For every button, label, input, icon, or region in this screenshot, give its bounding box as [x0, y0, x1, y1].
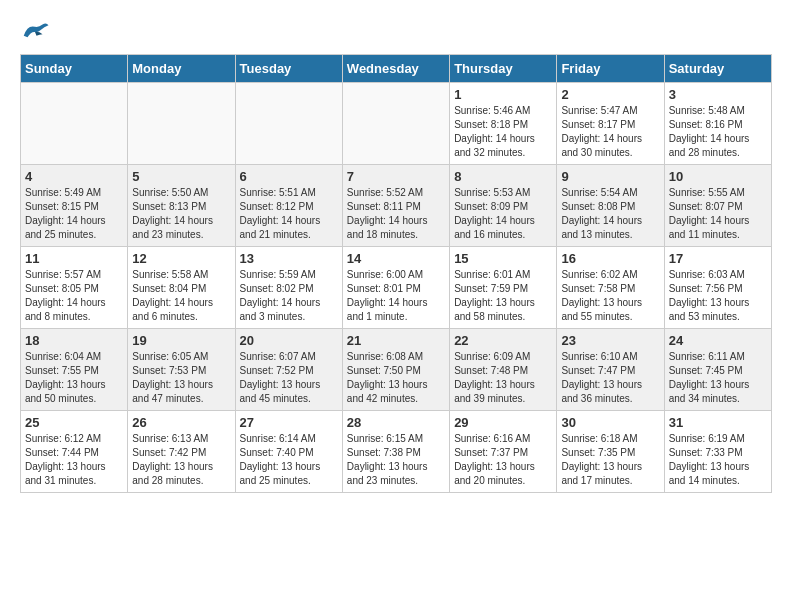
day-number: 8: [454, 169, 552, 184]
calendar-table: SundayMondayTuesdayWednesdayThursdayFrid…: [20, 54, 772, 493]
calendar-cell: 18Sunrise: 6:04 AM Sunset: 7:55 PM Dayli…: [21, 329, 128, 411]
day-number: 29: [454, 415, 552, 430]
calendar-cell: 7Sunrise: 5:52 AM Sunset: 8:11 PM Daylig…: [342, 165, 449, 247]
day-number: 20: [240, 333, 338, 348]
day-number: 27: [240, 415, 338, 430]
calendar-week-row: 4Sunrise: 5:49 AM Sunset: 8:15 PM Daylig…: [21, 165, 772, 247]
day-info: Sunrise: 6:19 AM Sunset: 7:33 PM Dayligh…: [669, 432, 767, 488]
calendar-cell: 4Sunrise: 5:49 AM Sunset: 8:15 PM Daylig…: [21, 165, 128, 247]
day-info: Sunrise: 5:51 AM Sunset: 8:12 PM Dayligh…: [240, 186, 338, 242]
day-info: Sunrise: 5:52 AM Sunset: 8:11 PM Dayligh…: [347, 186, 445, 242]
day-info: Sunrise: 6:05 AM Sunset: 7:53 PM Dayligh…: [132, 350, 230, 406]
day-info: Sunrise: 5:59 AM Sunset: 8:02 PM Dayligh…: [240, 268, 338, 324]
calendar-cell: 27Sunrise: 6:14 AM Sunset: 7:40 PM Dayli…: [235, 411, 342, 493]
day-info: Sunrise: 6:09 AM Sunset: 7:48 PM Dayligh…: [454, 350, 552, 406]
weekday-header-row: SundayMondayTuesdayWednesdayThursdayFrid…: [21, 55, 772, 83]
day-info: Sunrise: 5:57 AM Sunset: 8:05 PM Dayligh…: [25, 268, 123, 324]
day-number: 18: [25, 333, 123, 348]
calendar-cell: 16Sunrise: 6:02 AM Sunset: 7:58 PM Dayli…: [557, 247, 664, 329]
calendar-cell: 21Sunrise: 6:08 AM Sunset: 7:50 PM Dayli…: [342, 329, 449, 411]
day-info: Sunrise: 5:49 AM Sunset: 8:15 PM Dayligh…: [25, 186, 123, 242]
day-info: Sunrise: 6:12 AM Sunset: 7:44 PM Dayligh…: [25, 432, 123, 488]
calendar-week-row: 25Sunrise: 6:12 AM Sunset: 7:44 PM Dayli…: [21, 411, 772, 493]
calendar-cell: 2Sunrise: 5:47 AM Sunset: 8:17 PM Daylig…: [557, 83, 664, 165]
day-info: Sunrise: 6:16 AM Sunset: 7:37 PM Dayligh…: [454, 432, 552, 488]
calendar-cell: 29Sunrise: 6:16 AM Sunset: 7:37 PM Dayli…: [450, 411, 557, 493]
day-number: 2: [561, 87, 659, 102]
calendar-cell: 3Sunrise: 5:48 AM Sunset: 8:16 PM Daylig…: [664, 83, 771, 165]
day-number: 3: [669, 87, 767, 102]
day-number: 9: [561, 169, 659, 184]
page-header: [20, 20, 772, 44]
calendar-cell: 17Sunrise: 6:03 AM Sunset: 7:56 PM Dayli…: [664, 247, 771, 329]
day-info: Sunrise: 6:02 AM Sunset: 7:58 PM Dayligh…: [561, 268, 659, 324]
day-number: 26: [132, 415, 230, 430]
day-number: 22: [454, 333, 552, 348]
day-number: 12: [132, 251, 230, 266]
day-number: 16: [561, 251, 659, 266]
day-number: 28: [347, 415, 445, 430]
calendar-cell: 15Sunrise: 6:01 AM Sunset: 7:59 PM Dayli…: [450, 247, 557, 329]
day-info: Sunrise: 6:13 AM Sunset: 7:42 PM Dayligh…: [132, 432, 230, 488]
day-number: 1: [454, 87, 552, 102]
day-info: Sunrise: 5:48 AM Sunset: 8:16 PM Dayligh…: [669, 104, 767, 160]
day-number: 17: [669, 251, 767, 266]
day-number: 4: [25, 169, 123, 184]
calendar-cell: 13Sunrise: 5:59 AM Sunset: 8:02 PM Dayli…: [235, 247, 342, 329]
day-info: Sunrise: 6:04 AM Sunset: 7:55 PM Dayligh…: [25, 350, 123, 406]
calendar-cell: [235, 83, 342, 165]
weekday-header-friday: Friday: [557, 55, 664, 83]
day-number: 23: [561, 333, 659, 348]
calendar-cell: 1Sunrise: 5:46 AM Sunset: 8:18 PM Daylig…: [450, 83, 557, 165]
day-info: Sunrise: 6:14 AM Sunset: 7:40 PM Dayligh…: [240, 432, 338, 488]
day-info: Sunrise: 6:07 AM Sunset: 7:52 PM Dayligh…: [240, 350, 338, 406]
day-number: 21: [347, 333, 445, 348]
day-number: 10: [669, 169, 767, 184]
calendar-cell: 12Sunrise: 5:58 AM Sunset: 8:04 PM Dayli…: [128, 247, 235, 329]
day-info: Sunrise: 5:54 AM Sunset: 8:08 PM Dayligh…: [561, 186, 659, 242]
calendar-cell: 6Sunrise: 5:51 AM Sunset: 8:12 PM Daylig…: [235, 165, 342, 247]
day-number: 7: [347, 169, 445, 184]
day-info: Sunrise: 6:18 AM Sunset: 7:35 PM Dayligh…: [561, 432, 659, 488]
day-number: 5: [132, 169, 230, 184]
day-number: 19: [132, 333, 230, 348]
calendar-week-row: 18Sunrise: 6:04 AM Sunset: 7:55 PM Dayli…: [21, 329, 772, 411]
calendar-cell: [128, 83, 235, 165]
weekday-header-sunday: Sunday: [21, 55, 128, 83]
calendar-cell: 25Sunrise: 6:12 AM Sunset: 7:44 PM Dayli…: [21, 411, 128, 493]
day-info: Sunrise: 6:08 AM Sunset: 7:50 PM Dayligh…: [347, 350, 445, 406]
day-number: 6: [240, 169, 338, 184]
calendar-cell: 20Sunrise: 6:07 AM Sunset: 7:52 PM Dayli…: [235, 329, 342, 411]
weekday-header-saturday: Saturday: [664, 55, 771, 83]
calendar-cell: 11Sunrise: 5:57 AM Sunset: 8:05 PM Dayli…: [21, 247, 128, 329]
day-info: Sunrise: 5:47 AM Sunset: 8:17 PM Dayligh…: [561, 104, 659, 160]
day-info: Sunrise: 6:11 AM Sunset: 7:45 PM Dayligh…: [669, 350, 767, 406]
logo-bird-icon: [20, 20, 50, 44]
calendar-cell: 8Sunrise: 5:53 AM Sunset: 8:09 PM Daylig…: [450, 165, 557, 247]
calendar-cell: [342, 83, 449, 165]
day-info: Sunrise: 6:10 AM Sunset: 7:47 PM Dayligh…: [561, 350, 659, 406]
calendar-cell: 28Sunrise: 6:15 AM Sunset: 7:38 PM Dayli…: [342, 411, 449, 493]
day-number: 15: [454, 251, 552, 266]
calendar-cell: 19Sunrise: 6:05 AM Sunset: 7:53 PM Dayli…: [128, 329, 235, 411]
calendar-cell: 9Sunrise: 5:54 AM Sunset: 8:08 PM Daylig…: [557, 165, 664, 247]
calendar-cell: 26Sunrise: 6:13 AM Sunset: 7:42 PM Dayli…: [128, 411, 235, 493]
day-info: Sunrise: 6:03 AM Sunset: 7:56 PM Dayligh…: [669, 268, 767, 324]
calendar-cell: [21, 83, 128, 165]
calendar-cell: 14Sunrise: 6:00 AM Sunset: 8:01 PM Dayli…: [342, 247, 449, 329]
day-number: 30: [561, 415, 659, 430]
day-info: Sunrise: 6:00 AM Sunset: 8:01 PM Dayligh…: [347, 268, 445, 324]
day-number: 31: [669, 415, 767, 430]
calendar-cell: 24Sunrise: 6:11 AM Sunset: 7:45 PM Dayli…: [664, 329, 771, 411]
calendar-cell: 31Sunrise: 6:19 AM Sunset: 7:33 PM Dayli…: [664, 411, 771, 493]
day-info: Sunrise: 5:53 AM Sunset: 8:09 PM Dayligh…: [454, 186, 552, 242]
calendar-week-row: 1Sunrise: 5:46 AM Sunset: 8:18 PM Daylig…: [21, 83, 772, 165]
calendar-cell: 23Sunrise: 6:10 AM Sunset: 7:47 PM Dayli…: [557, 329, 664, 411]
day-info: Sunrise: 5:50 AM Sunset: 8:13 PM Dayligh…: [132, 186, 230, 242]
day-number: 25: [25, 415, 123, 430]
day-info: Sunrise: 5:46 AM Sunset: 8:18 PM Dayligh…: [454, 104, 552, 160]
day-info: Sunrise: 5:55 AM Sunset: 8:07 PM Dayligh…: [669, 186, 767, 242]
weekday-header-monday: Monday: [128, 55, 235, 83]
calendar-cell: 5Sunrise: 5:50 AM Sunset: 8:13 PM Daylig…: [128, 165, 235, 247]
day-info: Sunrise: 6:01 AM Sunset: 7:59 PM Dayligh…: [454, 268, 552, 324]
